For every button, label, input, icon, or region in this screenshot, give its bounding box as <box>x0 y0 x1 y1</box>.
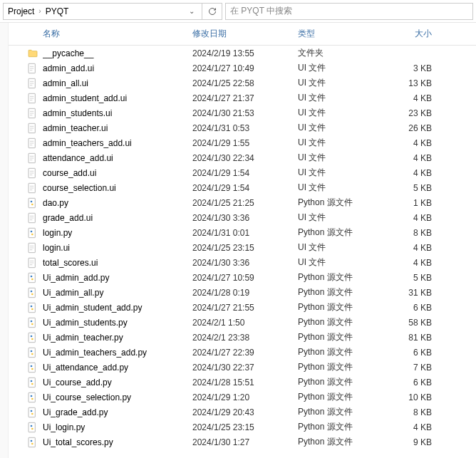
file-date: 2024/1/27 21:37 <box>192 93 298 103</box>
file-type: UI 文件 <box>298 182 383 194</box>
file-size: 8 KB <box>383 407 447 417</box>
file-row[interactable]: course_add.ui2024/1/29 1:54UI 文件4 KB <box>9 165 476 180</box>
file-row[interactable]: Ui_login.py2024/1/25 23:15Python 源文件4 KB <box>9 420 476 434</box>
file-icon <box>9 242 43 254</box>
svg-point-53 <box>31 442 33 444</box>
python-file-icon <box>9 227 43 239</box>
file-row[interactable]: Ui_admin_teacher.py2024/2/1 23:38Python … <box>9 330 476 345</box>
file-row[interactable]: dao.py2024/1/25 21:25Python 源文件1 KB <box>9 195 476 210</box>
file-name: admin_all.ui <box>43 78 192 88</box>
column-type[interactable]: 类型 <box>298 28 383 40</box>
file-row[interactable]: Ui_admin_teachers_add.py2024/1/27 22:39P… <box>9 345 476 360</box>
file-row[interactable]: Ui_attendance_add.py2024/1/30 22:37Pytho… <box>9 360 476 375</box>
column-name[interactable]: 名称 <box>9 28 192 40</box>
file-date: 2024/1/27 10:59 <box>192 273 298 283</box>
file-name: admin_student_add.ui <box>43 93 192 103</box>
chevron-down-icon[interactable]: ⌄ <box>186 7 197 15</box>
file-row[interactable]: admin_student_add.ui2024/1/27 21:37UI 文件… <box>9 90 476 105</box>
file-size: 1 KB <box>383 198 447 208</box>
column-date[interactable]: 修改日期 <box>192 28 298 40</box>
file-name: Ui_admin_add.py <box>43 273 192 283</box>
file-row[interactable]: Ui_admin_student_add.py2024/1/27 21:55Py… <box>9 300 476 315</box>
file-name: course_selection.ui <box>43 183 192 193</box>
file-type: UI 文件 <box>298 92 383 104</box>
svg-rect-18 <box>29 273 35 282</box>
file-row[interactable]: attendance_add.ui2024/1/30 22:34UI 文件4 K… <box>9 150 476 165</box>
file-size: 5 KB <box>383 183 447 193</box>
svg-point-10 <box>31 200 33 202</box>
file-row[interactable]: total_scores.ui2024/1/30 3:36UI 文件4 KB <box>9 255 476 270</box>
svg-point-19 <box>31 275 33 277</box>
column-size[interactable]: 大小 <box>383 28 447 40</box>
svg-rect-45 <box>29 407 35 417</box>
svg-point-28 <box>31 320 33 322</box>
file-icon <box>9 152 43 164</box>
file-name: dao.py <box>43 198 192 208</box>
file-row[interactable]: Ui_course_selection.py2024/1/29 1:20Pyth… <box>9 390 476 405</box>
file-type: Python 源文件 <box>298 331 383 343</box>
file-row[interactable]: admin_students.ui2024/1/30 21:53UI 文件23 … <box>9 105 476 120</box>
python-file-icon <box>9 197 43 209</box>
file-date: 2024/1/27 21:55 <box>192 303 298 313</box>
svg-point-25 <box>31 305 33 307</box>
file-type: UI 文件 <box>298 107 383 119</box>
svg-point-47 <box>31 412 33 415</box>
file-name: Ui_course_add.py <box>43 378 192 387</box>
file-name: attendance_add.ui <box>43 153 192 163</box>
python-file-icon <box>9 332 43 343</box>
svg-rect-27 <box>29 318 35 327</box>
svg-rect-36 <box>29 363 35 372</box>
svg-rect-30 <box>29 333 35 342</box>
breadcrumb-segment[interactable]: Project <box>8 6 34 16</box>
svg-point-46 <box>31 410 33 412</box>
file-type: Python 源文件 <box>298 316 383 328</box>
svg-point-31 <box>31 335 33 337</box>
file-date: 2024/2/19 13:55 <box>192 48 298 58</box>
file-size: 6 KB <box>383 303 447 313</box>
file-row[interactable]: Ui_total_scores.py2024/1/30 1:27Python 源… <box>9 434 476 449</box>
file-row[interactable]: Ui_admin_all.py2024/1/28 0:19Python 源文件3… <box>9 285 476 300</box>
file-date: 2024/1/29 1:55 <box>192 138 298 148</box>
file-row[interactable]: __pycache__2024/2/19 13:55文件夹 <box>9 46 476 61</box>
file-name: admin_teacher.ui <box>43 123 192 133</box>
file-row[interactable]: admin_all.ui2024/1/25 22:58UI 文件13 KB <box>9 76 476 90</box>
file-row[interactable]: Ui_admin_add.py2024/1/27 10:59Python 源文件… <box>9 270 476 285</box>
file-type: Python 源文件 <box>298 421 383 433</box>
breadcrumb[interactable]: Project › PYQT ⌄ <box>3 3 202 20</box>
file-row[interactable]: Ui_admin_students.py2024/2/1 1:50Python … <box>9 315 476 330</box>
file-row[interactable]: admin_teachers_add.ui2024/1/29 1:55UI 文件… <box>9 135 476 150</box>
svg-point-40 <box>31 380 33 382</box>
file-size: 4 KB <box>383 93 447 103</box>
column-header: 名称 修改日期 类型 大小 <box>9 23 476 46</box>
file-icon <box>9 257 43 269</box>
svg-point-35 <box>31 353 33 355</box>
file-size: 8 KB <box>383 228 447 238</box>
file-date: 2024/1/31 0:01 <box>192 228 298 238</box>
refresh-button[interactable] <box>202 3 222 20</box>
svg-point-41 <box>31 382 33 385</box>
file-size: 3 KB <box>383 63 447 73</box>
svg-point-15 <box>31 233 33 235</box>
file-row[interactable]: course_selection.ui2024/1/29 1:54UI 文件5 … <box>9 180 476 195</box>
file-icon <box>9 137 43 149</box>
file-row[interactable]: grade_add.ui2024/1/30 3:36UI 文件4 KB <box>9 210 476 225</box>
file-size: 6 KB <box>383 378 447 387</box>
file-date: 2024/1/27 10:49 <box>192 63 298 73</box>
file-name: Ui_course_selection.py <box>43 392 192 402</box>
svg-rect-9 <box>29 198 35 207</box>
search-input[interactable]: 在 PYQT 中搜索 <box>225 3 473 20</box>
svg-point-37 <box>31 365 33 367</box>
file-row[interactable]: login.py2024/1/31 0:01Python 源文件8 KB <box>9 225 476 240</box>
file-row[interactable]: admin_add.ui2024/1/27 10:49UI 文件3 KB <box>9 61 476 76</box>
file-row[interactable]: admin_teacher.ui2024/1/31 0:53UI 文件26 KB <box>9 120 476 135</box>
python-file-icon <box>9 287 43 298</box>
file-row[interactable]: Ui_grade_add.py2024/1/29 20:43Python 源文件… <box>9 405 476 420</box>
file-type: UI 文件 <box>298 62 383 74</box>
breadcrumb-segment[interactable]: PYQT <box>46 6 69 16</box>
svg-point-23 <box>31 293 33 295</box>
file-row[interactable]: login.ui2024/1/25 23:15UI 文件4 KB <box>9 240 476 255</box>
file-row[interactable]: Ui_course_add.py2024/1/28 15:51Python 源文… <box>9 375 476 390</box>
file-date: 2024/2/1 1:50 <box>192 318 298 328</box>
file-icon <box>9 93 43 104</box>
file-type: Python 源文件 <box>298 361 383 373</box>
